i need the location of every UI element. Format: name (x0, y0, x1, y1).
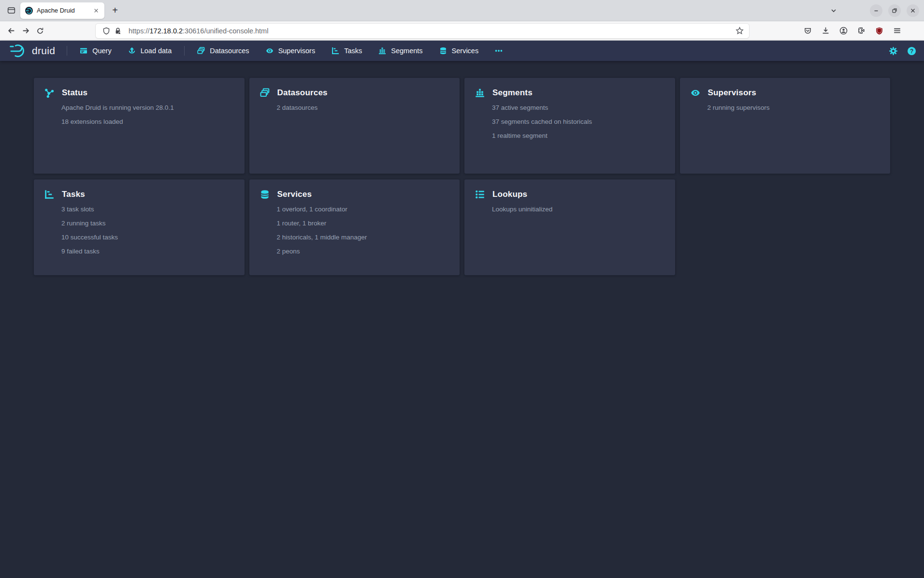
pocket-icon[interactable] (800, 24, 815, 38)
nav-label-tasks: Tasks (344, 47, 362, 55)
upload-icon (128, 47, 136, 55)
url-path: :30616/unified-console.html (183, 27, 268, 35)
druid-favicon-icon (25, 7, 33, 15)
nav-right-group: ? (886, 44, 918, 58)
browser-tabstrip: Apache Druid + (0, 0, 924, 21)
card-title: Lookups (492, 190, 527, 199)
multi-select-icon (197, 47, 205, 55)
tasks-line: 9 failed tasks (61, 248, 233, 255)
menu-hamburger-icon[interactable] (890, 24, 904, 38)
services-line: 2 peons (277, 248, 448, 255)
nav-label-datasources: Datasources (210, 47, 249, 55)
svg-text:?: ? (910, 47, 913, 54)
connection-lock-warning-icon[interactable] (112, 25, 124, 37)
url-bar[interactable]: https://172.18.0.2:30616/unified-console… (96, 24, 749, 38)
window-minimize-button[interactable] (870, 4, 882, 17)
nav-item-supervisors[interactable]: Supervisors (265, 45, 317, 57)
new-tab-button[interactable]: + (107, 3, 123, 18)
nav-item-load-data[interactable]: Load data (127, 45, 173, 57)
brand-name: druid (32, 45, 55, 57)
window-restore-button[interactable] (888, 4, 901, 17)
card-title: Segments (492, 88, 533, 98)
tasks-line: 2 running tasks (61, 220, 233, 227)
nav-divider (184, 46, 185, 56)
url-host: 172.18.0.2 (150, 27, 183, 35)
datasources-line: 2 datasources (277, 104, 448, 112)
card-title: Datasources (277, 88, 328, 98)
multi-select-icon (260, 88, 270, 98)
nav-label-segments: Segments (391, 47, 422, 55)
nav-item-segments[interactable]: Segments (377, 45, 423, 57)
firefox-view-icon[interactable] (4, 3, 18, 18)
gantt-chart-icon (332, 47, 339, 55)
nav-item-tasks[interactable]: Tasks (331, 45, 363, 57)
gantt-chart-icon (44, 190, 54, 199)
back-icon[interactable] (4, 24, 18, 38)
tab-close-icon[interactable] (91, 5, 101, 16)
home-view: Status Apache Druid is running version 2… (0, 61, 924, 275)
ublock-origin-icon[interactable] (872, 24, 886, 38)
eye-icon (691, 88, 700, 98)
nav-label-load-data: Load data (141, 47, 172, 55)
services-line: 1 router, 1 broker (277, 220, 448, 227)
nav-group-left: Query Load data (79, 45, 173, 57)
reload-icon[interactable] (33, 24, 47, 38)
list-tabs-chevron-icon[interactable] (826, 3, 841, 18)
graph-icon (44, 88, 54, 98)
status-line: 18 extensions loaded (61, 118, 233, 126)
supervisors-line: 2 running supervisors (707, 104, 879, 112)
toolbar-extension-icons (800, 24, 904, 38)
segments-line: 37 active segments (492, 104, 664, 112)
lookups-card[interactable]: Lookups Lookups uninitialized (464, 179, 675, 275)
tab-title: Apache Druid (37, 7, 91, 14)
nav-item-datasources[interactable]: Datasources (196, 45, 250, 57)
extensions-puzzle-icon[interactable] (854, 24, 868, 38)
database-icon (439, 47, 447, 55)
tasks-card[interactable]: Tasks 3 task slots 2 running tasks 10 su… (34, 179, 245, 275)
forward-icon[interactable] (18, 24, 33, 38)
card-title: Services (277, 190, 312, 199)
nav-divider (67, 46, 67, 56)
card-title: Status (62, 88, 87, 98)
nav-item-services[interactable]: Services (438, 45, 480, 57)
segments-card[interactable]: Segments 37 active segments 37 segments … (464, 78, 675, 174)
properties-list-icon (475, 190, 485, 199)
help-icon[interactable]: ? (905, 44, 918, 58)
database-icon (260, 190, 270, 199)
druid-logo-icon (10, 43, 28, 59)
more-dots-icon (495, 47, 503, 55)
tracking-protection-shield-icon[interactable] (101, 25, 112, 37)
card-title: Supervisors (708, 88, 756, 98)
eye-icon (266, 47, 274, 55)
nav-more-button[interactable] (494, 45, 504, 57)
services-line: 1 overlord, 1 coordinator (277, 206, 448, 213)
segments-line: 37 segments cached on historicals (492, 118, 664, 126)
datasources-card[interactable]: Datasources 2 datasources (249, 78, 460, 174)
nav-label-supervisors: Supervisors (278, 47, 316, 55)
timeline-bar-chart-icon (475, 88, 485, 98)
nav-label-query: Query (92, 47, 112, 55)
druid-logo[interactable]: druid (10, 43, 55, 59)
services-line: 2 historicals, 1 middle manager (277, 234, 448, 241)
browser-toolbar: https://172.18.0.2:30616/unified-console… (0, 21, 924, 41)
nav-label-services: Services (452, 47, 479, 55)
card-title: Tasks (62, 190, 85, 199)
tasks-line: 3 task slots (61, 206, 233, 213)
timeline-bar-chart-icon (378, 47, 386, 55)
status-card[interactable]: Status Apache Druid is running version 2… (34, 78, 245, 174)
window-close-button[interactable] (907, 4, 919, 17)
status-line: Apache Druid is running version 28.0.1 (61, 104, 233, 112)
settings-gear-icon[interactable] (886, 44, 900, 58)
bookmark-star-icon[interactable] (734, 25, 745, 37)
lookups-line: Lookups uninitialized (492, 206, 664, 213)
url-protocol: https:// (129, 27, 150, 35)
segments-line: 1 realtime segment (492, 132, 664, 140)
account-icon[interactable] (836, 24, 851, 38)
browser-tab-apache-druid[interactable]: Apache Druid (20, 2, 104, 19)
tasks-line: 10 successful tasks (61, 234, 233, 241)
nav-item-query[interactable]: Query (79, 45, 113, 57)
supervisors-card[interactable]: Supervisors 2 running supervisors (680, 78, 891, 174)
services-card[interactable]: Services 1 overlord, 1 coordinator 1 rou… (249, 179, 460, 275)
downloads-icon[interactable] (818, 24, 833, 38)
url-text: https://172.18.0.2:30616/unified-console… (129, 27, 734, 35)
